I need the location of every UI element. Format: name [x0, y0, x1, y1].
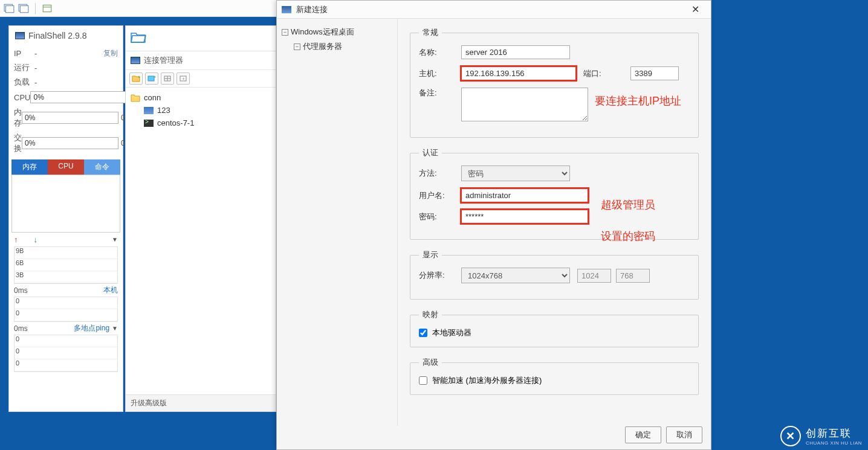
- local-drive-checkbox[interactable]: [419, 329, 427, 337]
- app-title: FinalShell 2.9.8: [9, 26, 123, 47]
- legend-mapping: 映射: [419, 309, 442, 320]
- conn-manager-header: 连接管理器: [126, 51, 276, 69]
- lz-2: 0: [16, 335, 19, 342]
- new-connection-button[interactable]: +: [145, 72, 158, 85]
- svg-rect-4: [43, 5, 51, 11]
- upgrade-link[interactable]: 升级高级版: [126, 394, 276, 411]
- res-select[interactable]: 1024x768: [461, 268, 570, 283]
- collapse-icon[interactable]: −: [294, 43, 300, 50]
- grid-layout-button[interactable]: [161, 72, 174, 85]
- ping-dropdown[interactable]: ▼: [112, 325, 118, 332]
- user-label: 用户名:: [419, 190, 461, 201]
- load-label: 负载: [14, 77, 34, 88]
- connection-tree: conn 123 centos-7-1: [126, 88, 276, 394]
- tab-command[interactable]: 命令: [84, 159, 120, 175]
- annotation-user: 超级管理员: [601, 198, 655, 212]
- tree-rdp-label: Windows远程桌面: [291, 27, 354, 37]
- monitor-icon: [15, 32, 25, 39]
- conn-manager-title: 连接管理器: [144, 55, 183, 66]
- ok-button[interactable]: 确定: [625, 426, 661, 443]
- pass-label: 密码:: [419, 211, 461, 222]
- lz-0: 0: [16, 297, 19, 304]
- user-input[interactable]: [461, 188, 588, 202]
- swap-input[interactable]: [22, 137, 118, 149]
- pass-input[interactable]: [461, 210, 588, 223]
- tree-node-proxy[interactable]: − 代理服务器: [282, 39, 392, 54]
- tree-item-123[interactable]: 123: [131, 104, 271, 117]
- copy-link[interactable]: 复制: [103, 48, 118, 59]
- note-label: 备注:: [419, 88, 461, 98]
- toolbar-divider: [35, 3, 36, 14]
- multi-ping-link[interactable]: 多地点ping: [74, 323, 109, 333]
- row-host: 主机: 端口:: [419, 66, 690, 80]
- tab-cpu[interactable]: CPU: [48, 159, 84, 175]
- dialog-footer: 确定 取消: [625, 426, 702, 443]
- note-textarea[interactable]: [461, 88, 588, 121]
- legend-auth: 认证: [419, 147, 442, 158]
- ip-row: IP - 复制: [9, 47, 123, 60]
- close-button[interactable]: ✕: [684, 4, 706, 15]
- res-width-input[interactable]: [577, 269, 611, 283]
- run-row: 运行 -: [9, 60, 123, 75]
- new-folder-button[interactable]: +: [129, 72, 143, 85]
- accel-label: 智能加速 (加速海外服务器连接): [432, 375, 542, 386]
- port-label: 端口:: [583, 68, 626, 79]
- legend-general: 常规: [419, 27, 442, 38]
- group-advanced: 高级 智能加速 (加速海外服务器连接): [410, 357, 699, 395]
- tree-root-conn[interactable]: conn: [131, 91, 271, 104]
- res-height-input[interactable]: [616, 269, 650, 283]
- row-accel: 智能加速 (加速海外服务器连接): [419, 375, 690, 386]
- monitor-icon: [282, 6, 291, 13]
- tree-root-label: conn: [144, 93, 161, 102]
- connection-manager-panel: 连接管理器 + + + conn 123 centos-7-1 升级高级版: [125, 25, 276, 412]
- res-label: 分辨率:: [419, 270, 461, 281]
- ylabel-0: 9B: [16, 247, 24, 254]
- name-input[interactable]: [461, 45, 570, 59]
- tree-proxy-label: 代理服务器: [303, 41, 342, 52]
- toolbar-icon-3[interactable]: [42, 3, 53, 14]
- ylabel-2: 3B: [16, 271, 24, 278]
- accel-checkbox[interactable]: [419, 376, 427, 385]
- svg-text:+: +: [138, 75, 140, 79]
- toolbar-icon-1[interactable]: [4, 3, 15, 14]
- dialog-title: 新建连接: [296, 4, 328, 15]
- row-name: 名称:: [419, 45, 690, 59]
- local-link[interactable]: 本机: [103, 285, 118, 295]
- latency-0ms-1: 0ms: [14, 286, 28, 295]
- method-select[interactable]: 密码: [461, 166, 570, 181]
- svg-rect-3: [20, 5, 28, 12]
- toolbar-icon-2[interactable]: [18, 3, 29, 14]
- chart-dropdown[interactable]: ▼: [112, 236, 118, 243]
- app-title-text: FinalShell 2.9.8: [28, 31, 87, 40]
- tab-memory[interactable]: 内存: [11, 159, 48, 175]
- svg-text:+: +: [154, 75, 156, 79]
- port-input[interactable]: [630, 66, 679, 80]
- run-label: 运行: [14, 62, 34, 73]
- legend-advanced: 高级: [419, 357, 442, 368]
- left-stats-panel: FinalShell 2.9.8 IP - 复制 运行 - 负载 - CPU 内…: [8, 25, 123, 412]
- mem-input[interactable]: [22, 112, 118, 124]
- host-input[interactable]: [461, 66, 576, 80]
- terminal-icon: [144, 120, 154, 127]
- arrow-up-icon: ↑: [14, 235, 18, 244]
- net-arrows: ↑ ↓ ▼: [9, 233, 123, 246]
- method-label: 方法:: [419, 168, 461, 179]
- cpu-row: CPU: [9, 89, 123, 105]
- annotation-pass: 设置的密码: [601, 229, 655, 243]
- cpu-input[interactable]: [30, 91, 127, 103]
- add-layout-button[interactable]: +: [177, 72, 190, 85]
- arrow-down-icon: ↓: [34, 235, 38, 244]
- load-value: -: [34, 78, 37, 87]
- lz-3: 0: [16, 347, 19, 355]
- lz-4: 0: [16, 359, 19, 367]
- tree-item-centos[interactable]: centos-7-1: [131, 117, 271, 129]
- collapse-icon[interactable]: −: [282, 29, 288, 36]
- latency-row-2: 0ms 多地点ping ▼: [9, 322, 123, 335]
- cancel-button[interactable]: 取消: [666, 426, 702, 443]
- mem-row: 内存 0/0: [9, 105, 123, 130]
- tree-node-rdp[interactable]: − Windows远程桌面: [282, 25, 392, 39]
- conn-toolbar: + + +: [126, 69, 276, 88]
- folder-open-button[interactable]: [126, 26, 276, 51]
- group-mapping: 映射 本地驱动器: [410, 309, 699, 347]
- ip-value: -: [34, 49, 37, 58]
